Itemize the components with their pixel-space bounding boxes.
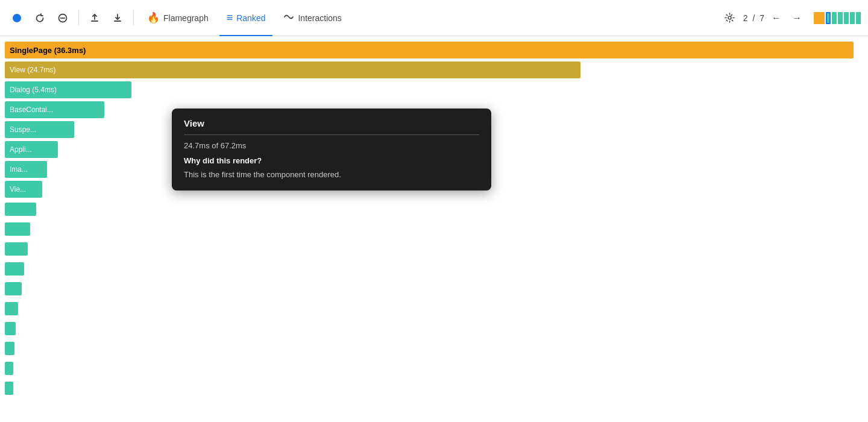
timeline-bar-0[interactable] xyxy=(814,12,825,24)
page-prev-button[interactable]: ← xyxy=(768,10,785,27)
bar-suspense[interactable]: Suspe... xyxy=(5,121,74,138)
ranked-icon: ≡ xyxy=(227,11,233,24)
tab-interactions[interactable]: Interactions xyxy=(276,6,348,30)
tab-ranked-label: Ranked xyxy=(236,13,265,23)
bar-appli[interactable]: Appli... xyxy=(5,141,58,158)
bar-row-10 xyxy=(5,240,863,258)
timeline-bar-2[interactable] xyxy=(832,12,837,24)
main-content: SinglePage (36.3ms) View (24.7ms) Dialog… xyxy=(0,36,868,404)
bar-suspense-label: Suspe... xyxy=(10,125,36,134)
bar-row-15 xyxy=(5,339,863,357)
cancel-button[interactable] xyxy=(53,8,72,28)
page-nav: 2 / 7 xyxy=(743,13,764,23)
bar-15[interactable] xyxy=(5,342,14,355)
tooltip-why-label: Why did this render? xyxy=(184,156,479,165)
fire-icon: 🔥 xyxy=(147,11,160,24)
toolbar: 🔥 Flamegraph ≡ Ranked Interactions 2 / 7… xyxy=(0,0,868,36)
bar-8[interactable] xyxy=(5,203,36,216)
bar-12[interactable] xyxy=(5,282,22,295)
bar-row-0: SinglePage (36.3ms) xyxy=(5,41,863,59)
bar-row-2: Dialog (5.4ms) xyxy=(5,81,863,99)
bar-basecontainer[interactable]: BaseContai... xyxy=(5,101,104,118)
bar-row-16 xyxy=(5,359,863,377)
tooltip-title: View xyxy=(184,118,479,135)
tab-interactions-label: Interactions xyxy=(298,13,341,23)
timeline-bar-4[interactable] xyxy=(844,12,849,24)
bar-row-11 xyxy=(5,260,863,278)
bar-14[interactable] xyxy=(5,322,16,335)
bar-ima[interactable]: Ima... xyxy=(5,161,47,178)
record-button[interactable] xyxy=(7,8,27,28)
svg-point-0 xyxy=(13,14,21,22)
page-next-button[interactable]: → xyxy=(788,10,805,27)
divider-2 xyxy=(133,11,134,25)
page-separator: / xyxy=(750,13,758,23)
page-total: 7 xyxy=(760,13,764,23)
download-button[interactable] xyxy=(108,8,127,28)
bar-row-9 xyxy=(5,220,863,238)
tab-flamegraph[interactable]: 🔥 Flamegraph xyxy=(140,6,216,30)
bar-row-14 xyxy=(5,320,863,338)
bar-17[interactable] xyxy=(5,382,13,395)
timeline-strip xyxy=(814,12,861,24)
upload-button[interactable] xyxy=(85,8,104,28)
reload-button[interactable] xyxy=(30,8,49,28)
interactions-icon xyxy=(283,11,294,25)
tooltip-time: 24.7ms of 67.2ms xyxy=(184,141,479,150)
tooltip-description: This is the first time the component ren… xyxy=(184,169,479,181)
bar-row-17 xyxy=(5,379,863,397)
svg-point-3 xyxy=(728,16,731,19)
bar-9[interactable] xyxy=(5,222,30,236)
bar-ima-label: Ima... xyxy=(10,165,28,174)
timeline-bar-3[interactable] xyxy=(838,12,843,24)
bar-row-8 xyxy=(5,200,863,218)
bar-row-12 xyxy=(5,280,863,298)
bar-singlepage[interactable]: SinglePage (36.3ms) xyxy=(5,42,854,58)
settings-button[interactable] xyxy=(720,8,740,28)
bar-10[interactable] xyxy=(5,242,28,256)
bar-row-1: View (24.7ms) xyxy=(5,61,863,79)
bar-row-13 xyxy=(5,300,863,318)
divider-1 xyxy=(78,11,79,25)
tab-flamegraph-label: Flamegraph xyxy=(163,13,209,23)
bar-basecontainer-label: BaseContai... xyxy=(10,106,53,114)
tooltip: View 24.7ms of 67.2ms Why did this rende… xyxy=(172,109,491,191)
bar-16[interactable] xyxy=(5,362,13,375)
bar-singlepage-label: SinglePage (36.3ms) xyxy=(10,46,86,55)
bar-view-label: View (24.7ms) xyxy=(10,66,55,74)
timeline-bar-1[interactable] xyxy=(826,12,831,24)
bar-11[interactable] xyxy=(5,262,24,276)
bar-view[interactable]: View (24.7ms) xyxy=(5,61,580,78)
bar-vie-label: Vie... xyxy=(10,185,26,194)
bar-13[interactable] xyxy=(5,302,18,315)
timeline-bar-5[interactable] xyxy=(850,12,855,24)
timeline-bar-6[interactable] xyxy=(856,12,861,24)
bar-appli-label: Appli... xyxy=(10,145,32,154)
bar-dialog[interactable]: Dialog (5.4ms) xyxy=(5,81,131,98)
page-current: 2 xyxy=(743,13,748,23)
tab-ranked[interactable]: ≡ Ranked xyxy=(219,6,273,30)
bar-vie[interactable]: Vie... xyxy=(5,181,42,198)
bar-dialog-label: Dialog (5.4ms) xyxy=(10,86,57,94)
